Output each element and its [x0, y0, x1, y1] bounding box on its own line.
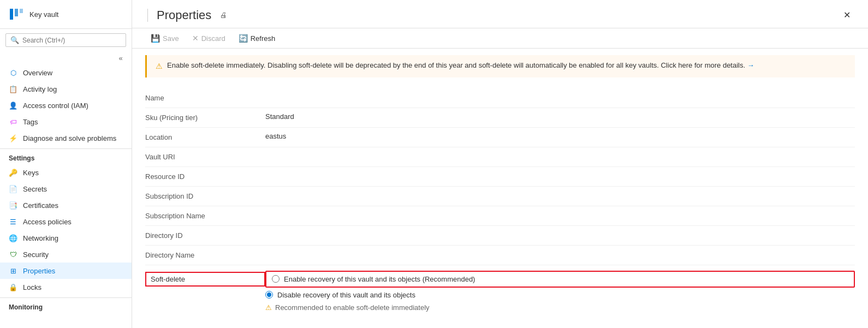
disable-recovery-label: Disable recovery of this vault and its o…	[277, 291, 415, 299]
sidebar-item-label: Access control (IAM)	[23, 102, 88, 110]
prop-row-directory-name: Directory Name	[145, 246, 855, 265]
svg-rect-0	[10, 9, 13, 20]
refresh-button[interactable]: 🔄 Refresh	[233, 32, 281, 45]
prop-row-location: Location eastus	[145, 128, 855, 147]
warning-banner[interactable]: ⚠ Enable soft-delete immediately. Disabl…	[145, 55, 855, 77]
prop-row-name: Name	[145, 88, 855, 108]
save-button[interactable]: 💾 Save	[145, 32, 185, 45]
soft-delete-row: Soft-delete Enable recovery of this vaul…	[145, 265, 855, 317]
sidebar-item-label: Certificates	[23, 201, 58, 210]
properties-icon: ⊞	[9, 266, 17, 275]
warning-small-icon: ⚠	[265, 303, 272, 312]
disable-recovery-option[interactable]: Disable recovery of this vault and its o…	[265, 291, 855, 299]
toolbar: 💾 Save ✕ Discard 🔄 Refresh	[132, 28, 868, 49]
print-button[interactable]: 🖨	[218, 9, 229, 21]
warning-text: Enable soft-delete immediately. Disablin…	[167, 61, 754, 70]
sidebar-item-access-control[interactable]: 👤 Access control (IAM)	[0, 97, 132, 114]
disable-recovery-radio[interactable]	[265, 291, 273, 299]
azure-logo	[9, 7, 24, 22]
networking-icon: 🌐	[9, 234, 17, 242]
sidebar-item-certificates[interactable]: 📑 Certificates	[0, 197, 132, 213]
locks-icon: 🔒	[9, 283, 17, 291]
sidebar: Key vault 🔍 « ⬡ Overview 📋 Activity log …	[0, 0, 132, 328]
sidebar-item-label: Keys	[23, 169, 39, 177]
main-content: Properties 🖨 ✕ 💾 Save ✕ Discard 🔄 Refres…	[132, 0, 868, 328]
soft-delete-warning-text: Recommended to enable soft-delete immedi…	[275, 303, 430, 312]
soft-delete-options: Enable recovery of this vault and its ob…	[265, 271, 855, 312]
prop-value-sku: Standard	[265, 112, 855, 121]
prop-row-subscription-name: Subscription Name	[145, 206, 855, 226]
sidebar-item-label: Activity log	[23, 85, 57, 93]
sidebar-item-diagnose[interactable]: ⚡ Diagnose and solve problems	[0, 130, 132, 146]
sidebar-item-locks[interactable]: 🔒 Locks	[0, 279, 132, 295]
main-header: Properties 🖨 ✕	[132, 0, 868, 28]
settings-section-label: Settings	[0, 148, 132, 164]
prop-label-resource-id: Resource ID	[145, 171, 265, 181]
prop-label-directory-id: Directory ID	[145, 230, 265, 240]
diagnose-icon: ⚡	[9, 134, 17, 142]
monitoring-section-label: Monitoring	[0, 297, 132, 313]
sidebar-item-label: Security	[23, 251, 49, 259]
prop-label-subscription-name: Subscription Name	[145, 211, 265, 220]
sidebar-item-secrets[interactable]: 📄 Secrets	[0, 181, 132, 197]
warning-link[interactable]: →	[747, 61, 754, 69]
search-input[interactable]	[22, 37, 121, 44]
prop-row-vault-uri: Vault URI	[145, 147, 855, 167]
security-icon: 🛡	[9, 250, 17, 259]
sidebar-item-overview[interactable]: ⬡ Overview	[0, 64, 132, 81]
enable-recovery-label: Enable recovery of this vault and its ob…	[284, 275, 475, 283]
warning-triangle-icon: ⚠	[156, 61, 163, 72]
sidebar-item-security[interactable]: 🛡 Security	[0, 246, 132, 263]
sidebar-item-label: Overview	[23, 69, 52, 77]
prop-label-sku: Sku (Pricing tier)	[145, 112, 265, 122]
prop-row-subscription-id: Subscription ID	[145, 187, 855, 206]
prop-label-subscription-id: Subscription ID	[145, 191, 265, 200]
enable-recovery-option[interactable]: Enable recovery of this vault and its ob…	[265, 271, 855, 288]
discard-icon: ✕	[192, 34, 199, 43]
sidebar-item-label: Secrets	[23, 185, 47, 193]
svg-rect-1	[15, 9, 18, 16]
tags-icon: 🏷	[9, 117, 17, 126]
soft-delete-warning: ⚠ Recommended to enable soft-delete imme…	[265, 303, 855, 312]
prop-label-vault-uri: Vault URI	[145, 152, 265, 161]
keys-icon: 🔑	[9, 168, 17, 177]
sidebar-item-label: Diagnose and solve problems	[23, 134, 116, 142]
sidebar-item-networking[interactable]: 🌐 Networking	[0, 230, 132, 246]
sidebar-item-tags[interactable]: 🏷 Tags	[0, 114, 132, 130]
close-button[interactable]: ✕	[839, 8, 855, 22]
iam-icon: 👤	[9, 101, 17, 110]
print-icon: 🖨	[220, 11, 227, 19]
sidebar-item-label: Networking	[23, 234, 58, 242]
prop-label-directory-name: Directory Name	[145, 250, 265, 259]
collapse-button[interactable]: «	[114, 51, 127, 64]
svg-rect-2	[20, 9, 23, 13]
sidebar-item-properties[interactable]: ⊞ Properties	[0, 263, 132, 279]
search-icon: 🔍	[10, 36, 19, 44]
activity-icon: 📋	[9, 85, 17, 93]
refresh-icon: 🔄	[239, 34, 248, 43]
sidebar-item-label: Properties	[23, 267, 55, 275]
policy-icon: ☰	[9, 217, 17, 226]
sidebar-title: Key vault	[29, 10, 58, 19]
save-icon: 💾	[151, 34, 160, 43]
sidebar-header: Key vault	[0, 0, 132, 29]
sidebar-item-label: Locks	[23, 283, 41, 291]
sidebar-item-label: Tags	[23, 118, 38, 126]
sidebar-nav: ⬡ Overview 📋 Activity log 👤 Access contr…	[0, 64, 132, 328]
prop-row-resource-id: Resource ID	[145, 167, 855, 187]
soft-delete-label: Soft-delete	[145, 272, 265, 287]
page-title: Properties	[157, 8, 211, 22]
overview-icon: ⬡	[9, 68, 17, 77]
discard-button[interactable]: ✕ Discard	[187, 32, 231, 45]
sidebar-item-access-policies[interactable]: ☰ Access policies	[0, 213, 132, 230]
sidebar-item-keys[interactable]: 🔑 Keys	[0, 164, 132, 181]
sidebar-item-label: Access policies	[23, 218, 72, 226]
properties-content: Name Sku (Pricing tier) Standard Locatio…	[132, 84, 868, 328]
sidebar-search-box[interactable]: 🔍	[5, 33, 126, 47]
prop-label-name: Name	[145, 93, 265, 102]
prop-row-directory-id: Directory ID	[145, 226, 855, 246]
enable-recovery-radio[interactable]	[272, 275, 280, 283]
prop-row-sku: Sku (Pricing tier) Standard	[145, 108, 855, 128]
prop-label-location: Location	[145, 132, 265, 141]
sidebar-item-activity-log[interactable]: 📋 Activity log	[0, 81, 132, 97]
